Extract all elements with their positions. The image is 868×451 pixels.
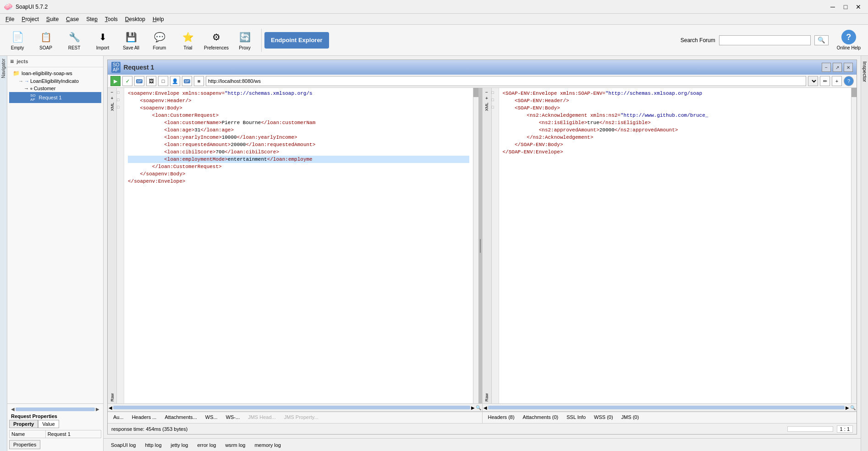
scroll-right-btn[interactable]: ▶ xyxy=(471,405,475,410)
menu-case[interactable]: Case xyxy=(62,15,82,23)
tab-jms[interactable]: JMS (0) xyxy=(618,413,643,422)
image-button[interactable]: 🖼 xyxy=(146,76,156,86)
run-request-button[interactable]: ▶ xyxy=(110,76,121,86)
h-scroll-thumb-left[interactable] xyxy=(113,406,470,409)
tree-item-loan-indicator[interactable]: → → LoanEligibilityIndicato xyxy=(9,77,101,85)
maximize-button[interactable]: □ xyxy=(840,2,852,12)
tab-property[interactable]: Property xyxy=(9,420,38,428)
tab-headers[interactable]: Headers ... xyxy=(128,413,160,422)
tab-auth[interactable]: Au... xyxy=(110,413,127,422)
h-scrollbar-right[interactable]: ◀ ▶ 🔍 xyxy=(483,404,857,411)
split-xml-content: − + XML Raw □ □ □ xyxy=(108,88,857,403)
tab-attachments[interactable]: Attachments... xyxy=(161,413,200,422)
close-panel-button[interactable]: ✕ xyxy=(844,63,853,72)
scrollbar-thumb[interactable] xyxy=(473,88,478,97)
rest-icon: 🔧 xyxy=(67,30,82,44)
url-edit-button[interactable]: ✏ xyxy=(820,76,830,86)
menu-help[interactable]: Help xyxy=(149,15,168,23)
tree-item-request1[interactable]: SOAP Request 1 xyxy=(9,92,101,103)
saveall-button[interactable]: 💾 Save All xyxy=(117,27,145,54)
url-dropdown[interactable] xyxy=(808,76,818,86)
scroll-left-btn-right[interactable]: ◀ xyxy=(483,405,487,410)
expand-all-icon-right[interactable]: + xyxy=(485,96,488,101)
scrollbar-thumb-right[interactable] xyxy=(852,88,857,97)
tab-value[interactable]: Value xyxy=(38,420,59,428)
menu-suite[interactable]: Suite xyxy=(43,15,62,23)
menu-project[interactable]: Project xyxy=(18,15,42,23)
response-xml-content[interactable]: <SOAP-ENV:Envelope xmlns:SOAP-ENV="http:… xyxy=(499,88,852,403)
search-forum-input[interactable] xyxy=(719,35,811,45)
tab-wss[interactable]: WSS (0) xyxy=(590,413,617,422)
proxy-button[interactable]: 🔄 Proxy xyxy=(231,27,258,54)
h-scroll-thumb-right[interactable] xyxy=(488,406,845,409)
online-help-section[interactable]: ? Online Help xyxy=(837,30,861,50)
sp2-button[interactable]: SP xyxy=(182,76,192,86)
navigator-tab[interactable]: Navigator xyxy=(0,56,7,451)
minimize-button[interactable]: ─ xyxy=(827,2,839,12)
h-scrollbar-left[interactable]: ◀ ▶ 🔍 xyxy=(108,404,483,411)
tab-ws2[interactable]: WS-... xyxy=(222,413,244,422)
log-tab-soapui[interactable]: SoapUI log xyxy=(107,441,139,449)
tab-resp-headers[interactable]: Headers (8) xyxy=(484,413,518,422)
vertical-scrollbar-right[interactable] xyxy=(851,88,857,403)
person-button[interactable]: 👤 xyxy=(170,76,180,86)
rest-button[interactable]: 🔧 REST xyxy=(60,27,88,54)
tab-jms-headers[interactable]: JMS Head... xyxy=(244,413,280,422)
collapse-all-icon[interactable]: − xyxy=(111,90,114,95)
properties-button[interactable]: Properties xyxy=(9,440,40,449)
request-panel-header: SOAP Request 1 − ↗ ✕ xyxy=(108,60,857,75)
stop-button[interactable]: ■ xyxy=(194,76,204,86)
response-xml-panel: − + XML Raw □ □ □ xyxy=(483,88,857,403)
zoom-icon-right[interactable]: 🔍 xyxy=(850,405,856,410)
forum-button[interactable]: 💬 Forum xyxy=(146,27,173,54)
tab-resp-attachments[interactable]: Attachments (0) xyxy=(519,413,562,422)
panel-splitter[interactable] xyxy=(478,88,482,403)
vertical-scrollbar-left[interactable] xyxy=(473,88,478,403)
sp-button[interactable]: SP xyxy=(134,76,144,86)
endpoint-explorer-button[interactable]: Endpoint Explorer xyxy=(264,32,329,49)
tab-jms-property[interactable]: JMS Property... xyxy=(280,413,322,422)
tab-ws[interactable]: WS... xyxy=(202,413,221,422)
search-submit-button[interactable]: 🔍 xyxy=(814,35,829,45)
minimize-panel-button[interactable]: − xyxy=(822,63,831,72)
menu-desktop[interactable]: Desktop xyxy=(121,15,149,23)
menu-step[interactable]: Step xyxy=(82,15,101,23)
log-tab-memory[interactable]: memory log xyxy=(251,441,284,449)
scroll-left-btn[interactable]: ◀ xyxy=(109,405,112,410)
accept-button[interactable]: ✓ xyxy=(122,76,132,86)
preferences-button[interactable]: ⚙ Preferences xyxy=(203,27,230,54)
square-button[interactable]: □ xyxy=(158,76,168,86)
log-tab-wsrm[interactable]: wsrm log xyxy=(221,441,249,449)
scroll-right-btn-right[interactable]: ▶ xyxy=(846,405,849,410)
soap-button[interactable]: 📋 SOAP xyxy=(32,27,60,54)
tree-item-customer[interactable]: → ● Customer xyxy=(9,85,101,92)
hamburger-menu-icon[interactable]: ≡ xyxy=(10,58,14,65)
scroll-right-arrow[interactable]: ▶ xyxy=(96,407,99,412)
scroll-thumb[interactable] xyxy=(16,408,95,411)
log-tab-http[interactable]: http log xyxy=(141,441,165,449)
zoom-icon-left[interactable]: 🔍 xyxy=(476,405,481,410)
menu-tools[interactable]: Tools xyxy=(101,15,121,23)
log-tab-jetty[interactable]: jetty log xyxy=(167,441,192,449)
tab-ssl-info[interactable]: SSL Info xyxy=(563,413,589,422)
log-tab-error[interactable]: error log xyxy=(193,441,220,449)
response-bottom-tabs: Headers (8) Attachments (0) SSL Info WSS… xyxy=(483,412,857,423)
status-bar: response time: 454ms (353 bytes) 1 : 1 xyxy=(108,423,857,434)
xml-line: </SOAP-ENV:Body> xyxy=(503,141,848,148)
empty-button[interactable]: 📄 Empty xyxy=(4,27,31,54)
expand-all-icon[interactable]: + xyxy=(111,96,114,101)
url-input[interactable] xyxy=(206,76,806,86)
menu-file[interactable]: File xyxy=(2,15,18,23)
url-help-button[interactable]: ? xyxy=(844,76,854,86)
tree-item-loan-project[interactable]: 📁 loan-eligibility-soap-ws xyxy=(9,69,101,77)
trial-button[interactable]: ⭐ Trial xyxy=(174,27,202,54)
inspector-sidebar[interactable]: Inspector xyxy=(861,56,868,451)
xml-label: XML xyxy=(109,101,115,113)
maximize-panel-button[interactable]: ↗ xyxy=(833,63,842,72)
request-xml-content[interactable]: <soapenv:Envelope xmlns:soapenv="http://… xyxy=(124,88,473,403)
close-button[interactable]: ✕ xyxy=(852,2,864,12)
scroll-left-arrow[interactable]: ◀ xyxy=(11,407,15,412)
collapse-all-icon-right[interactable]: − xyxy=(485,90,488,95)
url-add-button[interactable]: + xyxy=(832,76,842,86)
import-button[interactable]: ⬇ Import xyxy=(89,27,116,54)
